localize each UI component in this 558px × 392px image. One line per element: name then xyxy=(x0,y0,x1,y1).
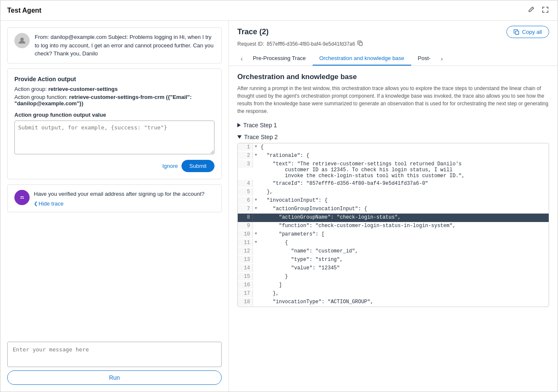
trace-description: After running a prompt in the test windo… xyxy=(237,85,549,115)
line-content: } xyxy=(259,273,549,280)
line-content: { xyxy=(259,239,549,247)
collapse-step2-icon xyxy=(237,135,242,139)
message-input[interactable] xyxy=(7,342,222,367)
trace-header: Trace (2) Copy all Request ID: 857efff6-… xyxy=(229,21,558,66)
line-number: 14 xyxy=(238,264,253,272)
avatar xyxy=(14,33,30,48)
line-number: 13 xyxy=(238,256,253,263)
line-content: { xyxy=(259,143,549,151)
line-number: 2 xyxy=(238,152,253,159)
code-line: 7▼ "actionGroupInvocationInput": { xyxy=(238,205,549,214)
code-line: 6▼ "invocationInput": { xyxy=(238,197,549,205)
tab-orchestration[interactable]: Orchestration and knowledge base xyxy=(313,52,411,66)
trace-title: Trace (2) xyxy=(237,27,269,36)
code-line: 13 "type": "string", xyxy=(238,256,549,264)
action-group-label: Action group: retrieve-customer-settings xyxy=(14,86,214,92)
trace-step-2-header[interactable]: Trace Step 2 xyxy=(237,134,549,140)
tab-preprocessing[interactable]: Pre-Processing Trace xyxy=(246,52,313,66)
line-toggle xyxy=(253,298,259,299)
expand-step1-icon xyxy=(237,123,241,127)
code-line: 10▼ "parameters": [ xyxy=(238,230,549,239)
line-toggle: ▼ xyxy=(253,230,259,236)
ai-avatar xyxy=(14,190,30,205)
request-id-label: Request ID: xyxy=(237,41,264,47)
code-line: 3 "text": "The retrieve-customer-setting… xyxy=(238,160,549,180)
ai-message-card: Have you verified your email address aft… xyxy=(7,184,222,213)
action-output-textarea[interactable] xyxy=(14,121,214,154)
trace-content: Orchestration and knowledge base After r… xyxy=(229,66,558,392)
line-content: }, xyxy=(259,290,549,297)
action-output-card: Provide Action output Action group: retr… xyxy=(7,69,222,179)
line-toggle xyxy=(253,180,259,181)
left-panel: From: danilop@example.com Subject: Probl… xyxy=(0,21,229,392)
line-content: "actionGroupInvocationInput": { xyxy=(259,205,549,213)
line-number: 11 xyxy=(238,239,253,247)
trace-step-2-label: Trace Step 2 xyxy=(244,134,278,140)
svg-point-1 xyxy=(19,194,26,201)
line-number: 12 xyxy=(238,247,253,255)
line-content: "invocationType": "ACTION_GROUP", xyxy=(259,298,549,306)
line-number: 9 xyxy=(238,222,253,230)
tab-prev-button[interactable]: ‹ xyxy=(237,54,246,64)
line-content: "rationale": { xyxy=(259,152,549,159)
request-id-value: 857efff6-d356-4f80-baf4-9e5d41fd37a6 xyxy=(267,41,355,47)
line-toggle: ▼ xyxy=(253,205,259,211)
code-line: 18 "invocationType": "ACTION_GROUP", xyxy=(238,298,549,307)
request-id-row: Request ID: 857efff6-d356-4f80-baf4-9e5d… xyxy=(237,41,549,47)
page-title: Test Agent xyxy=(7,7,41,14)
message-card: From: danilop@example.com Subject: Probl… xyxy=(7,27,222,63)
hide-trace-link[interactable]: ❮ Hide trace xyxy=(34,200,214,207)
copy-all-button[interactable]: Copy all xyxy=(506,26,549,38)
tab-post[interactable]: Post- xyxy=(411,52,437,66)
trace-step-1-header[interactable]: Trace Step 1 xyxy=(237,122,549,129)
tab-next-button[interactable]: › xyxy=(437,54,446,64)
code-line: 15 } xyxy=(238,273,549,281)
line-toggle xyxy=(253,264,259,266)
line-toggle xyxy=(253,160,259,162)
message-input-area: Run xyxy=(7,342,222,385)
expand-icon[interactable] xyxy=(540,4,551,17)
message-text: From: danilop@example.com Subject: Probl… xyxy=(35,33,214,58)
pencil-icon[interactable] xyxy=(525,4,536,17)
code-line: 5 }, xyxy=(238,188,549,197)
line-number: 16 xyxy=(238,281,253,289)
svg-point-2 xyxy=(23,197,24,199)
copy-request-id-icon[interactable] xyxy=(357,41,363,47)
ai-content: Have you verified your email address aft… xyxy=(34,190,214,207)
line-toggle xyxy=(253,256,259,257)
code-line: 2▼ "rationale": { xyxy=(238,152,549,160)
svg-rect-3 xyxy=(515,31,519,34)
line-content: "traceId": "857efff6-d356-4f80-baf4-9e5d… xyxy=(259,180,549,187)
code-line: 11▼ { xyxy=(238,239,549,247)
line-number: 15 xyxy=(238,273,253,280)
line-toggle: ▼ xyxy=(253,239,259,244)
code-line: 12 "name": "customer_id", xyxy=(238,247,549,256)
line-number: 1 xyxy=(238,143,253,151)
ignore-button[interactable]: Ignore xyxy=(162,160,178,172)
code-block: 1▼{2▼ "rationale": {3 "text": "The retri… xyxy=(237,143,549,307)
code-line: 1▼{ xyxy=(238,143,549,152)
trace-step-1: Trace Step 1 xyxy=(237,122,549,129)
line-toggle: ▼ xyxy=(253,197,259,202)
line-content: "parameters": [ xyxy=(259,230,549,238)
line-toggle: ▼ xyxy=(253,152,259,157)
svg-point-0 xyxy=(20,38,24,41)
action-title: Provide Action output xyxy=(14,76,214,82)
trace-step-2: Trace Step 2 1▼{2▼ "rationale": {3 "text… xyxy=(237,134,549,307)
line-toggle xyxy=(253,222,259,223)
run-button[interactable]: Run xyxy=(7,370,222,385)
line-toggle: ▼ xyxy=(253,143,259,149)
code-line: 14 "value": "12345" xyxy=(238,264,549,273)
submit-button[interactable]: Submit xyxy=(181,160,214,172)
action-output-label: Action group function output value xyxy=(14,112,214,118)
line-content: "actionGroupName": "check-login-status", xyxy=(259,214,549,221)
trace-step-1-label: Trace Step 1 xyxy=(243,122,277,129)
line-content: }, xyxy=(259,188,549,196)
right-panel: Trace (2) Copy all Request ID: 857efff6-… xyxy=(229,21,558,392)
code-line: 17 }, xyxy=(238,290,549,298)
code-line: 4 "traceId": "857efff6-d356-4f80-baf4-9e… xyxy=(238,180,549,188)
line-content: "function": "check-customer-login-status… xyxy=(259,222,549,230)
svg-rect-4 xyxy=(360,42,363,45)
line-number: 3 xyxy=(238,160,253,168)
line-content: "name": "customer_id", xyxy=(259,247,549,255)
